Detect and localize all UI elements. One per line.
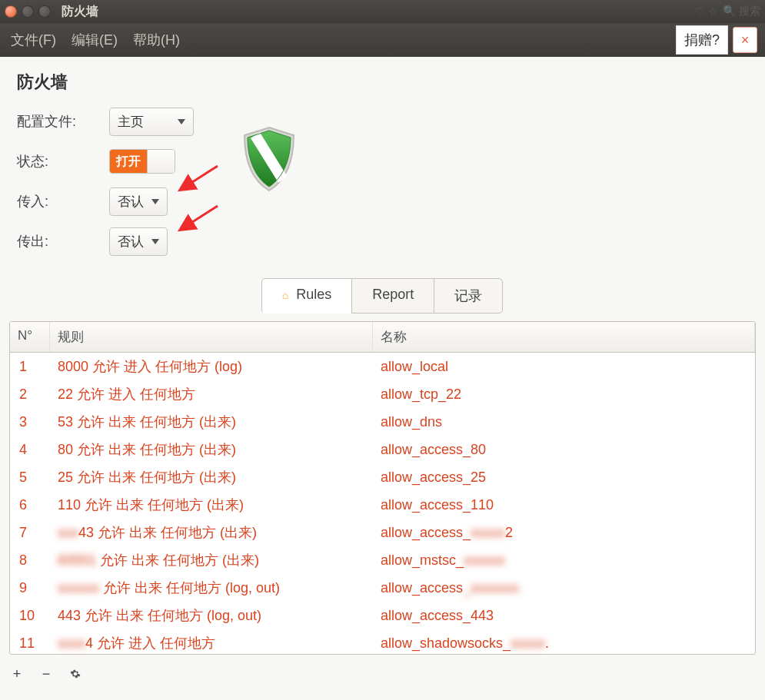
cell-name: allow_access_80: [373, 442, 755, 458]
cell-rule: 25 允许 出来 任何地方 (出来): [50, 468, 373, 486]
menu-help[interactable]: 帮助(H): [125, 28, 188, 52]
outgoing-label: 传出:: [17, 232, 109, 250]
status-label: 状态:: [17, 152, 109, 171]
cell-number: 2: [10, 386, 50, 403]
chevron-down-icon: [178, 119, 185, 124]
col-number[interactable]: N°: [10, 322, 50, 352]
outgoing-value: 否认: [118, 233, 144, 250]
cell-name: allow_dns: [373, 414, 755, 430]
remove-rule-button[interactable]: −: [38, 666, 54, 682]
cell-rule: xxxxxx 允许 出来 任何地方 (log, out): [50, 579, 373, 597]
panel-close-button[interactable]: ×: [733, 27, 757, 53]
table-row[interactable]: 353 允许 出来 任何地方 (出来)allow_dns: [10, 408, 755, 436]
rules-table: N° 规则 名称 18000 允许 进入 任何地方 (log)allow_loc…: [9, 321, 756, 655]
shield-icon: [238, 124, 300, 197]
cell-number: 4: [10, 442, 50, 458]
table-row[interactable]: 480 允许 出来 任何地方 (出来)allow_access_80: [10, 436, 755, 463]
add-rule-button[interactable]: +: [9, 666, 25, 682]
table-row[interactable]: 10443 允许 出来 任何地方 (log, out)allow_access_…: [10, 602, 755, 629]
menu-file[interactable]: 文件(F): [3, 28, 64, 52]
window-close-button[interactable]: [5, 5, 17, 18]
table-row[interactable]: 7xxx43 允许 出来 任何地方 (出来)allow_access_xxxxx…: [10, 519, 755, 546]
cell-rule: 110 允许 出来 任何地方 (出来): [50, 496, 373, 514]
cell-rule: 22 允许 进入 任何地方: [50, 385, 373, 403]
cell-number: 3: [10, 414, 50, 430]
search-icon: 🔍 搜索: [723, 5, 760, 18]
cell-rule: 443 允许 出来 任何地方 (log, out): [50, 606, 373, 625]
window-minimize-button[interactable]: [22, 5, 34, 18]
status-toggle-knob: [147, 150, 175, 173]
incoming-dropdown[interactable]: 否认: [109, 187, 168, 216]
cell-rule: xxx43 允许 出来 任何地方 (出来): [50, 523, 373, 542]
table-row[interactable]: 860001 允许 出来 任何地方 (出来)allow_mstsc_xxxxxx: [10, 546, 755, 574]
window-title: 防火墙: [62, 4, 98, 20]
cell-number: 11: [10, 635, 50, 652]
table-row[interactable]: 6110 允许 出来 任何地方 (出来)allow_access_110: [10, 491, 755, 519]
profile-value: 主页: [118, 113, 144, 131]
window-titlebar: 防火墙 ♡ ☆ 🔍 搜索: [0, 0, 765, 23]
table-row[interactable]: 18000 允许 进入 任何地方 (log)allow_local: [10, 353, 755, 380]
cell-number: 9: [10, 580, 50, 596]
status-toggle-on-label: 打开: [110, 150, 147, 173]
cell-name: allow_tcp_22: [373, 386, 755, 403]
chevron-down-icon: [151, 199, 159, 204]
cell-number: 7: [10, 525, 50, 541]
cell-rule: 8000 允许 进入 任何地方 (log): [50, 357, 373, 376]
tab-rules[interactable]: ⌂Rules: [261, 278, 353, 314]
tab-report[interactable]: Report: [351, 278, 434, 314]
table-row[interactable]: 9xxxxxx 允许 出来 任何地方 (log, out)allow_acces…: [10, 574, 755, 602]
cell-name: allow_access_110: [373, 497, 755, 513]
cell-rule: 80 允许 出来 任何地方 (出来): [50, 440, 373, 459]
cell-rule: 60001 允许 出来 任何地方 (出来): [50, 551, 373, 569]
cell-number: 8: [10, 552, 50, 569]
profile-label: 配置文件:: [17, 112, 109, 131]
settings-panel: 配置文件: 主页 状态: 打开 传入: 否认 传出: 否认: [0, 101, 765, 272]
cell-name: allow_access_443: [373, 608, 755, 624]
chevron-down-icon: [151, 239, 159, 244]
status-toggle[interactable]: 打开: [109, 149, 175, 174]
incoming-value: 否认: [118, 193, 144, 211]
profile-dropdown[interactable]: 主页: [109, 108, 194, 136]
tab-rules-label: Rules: [296, 287, 331, 302]
cell-rule: 53 允许 出来 任何地方 (出来): [50, 413, 373, 431]
cell-name: allow_mstsc_xxxxxx: [373, 552, 755, 569]
cell-rule: xxxx4 允许 进入 任何地方: [50, 634, 373, 652]
gear-icon: [70, 668, 81, 679]
table-header: N° 规则 名称: [10, 322, 755, 353]
menu-edit[interactable]: 编辑(E): [64, 28, 125, 52]
titlebar-right-area: ♡ ☆ 🔍 搜索: [695, 5, 760, 18]
tab-log[interactable]: 记录: [434, 278, 503, 314]
donate-button[interactable]: 捐赠?: [676, 25, 728, 55]
col-rule[interactable]: 规则: [50, 322, 373, 352]
bookmark-icon: ♡ ☆: [695, 5, 718, 18]
table-body[interactable]: 18000 允许 进入 任何地方 (log)allow_local222 允许 …: [10, 353, 755, 654]
home-icon: ⌂: [282, 289, 288, 301]
tab-bar: ⌂Rules Report 记录: [0, 278, 765, 314]
table-row[interactable]: 222 允许 进入 任何地方allow_tcp_22: [10, 380, 755, 408]
col-name[interactable]: 名称: [373, 322, 755, 352]
cell-name: allow_access_xxxxxxx: [373, 580, 755, 596]
cell-number: 6: [10, 497, 50, 513]
cell-number: 1: [10, 359, 50, 375]
bottom-toolbar: + −: [9, 666, 83, 682]
settings-button[interactable]: [68, 666, 83, 682]
cell-number: 5: [10, 469, 50, 486]
table-row[interactable]: 11xxxx4 允许 进入 任何地方allow_shadowsocks_xxxx…: [10, 629, 755, 654]
cell-name: allow_access_xxxxx2: [373, 525, 755, 541]
cell-number: 10: [10, 608, 50, 624]
cell-name: allow_access_25: [373, 469, 755, 486]
table-row[interactable]: 525 允许 出来 任何地方 (出来)allow_access_25: [10, 463, 755, 491]
page-title: 防火墙: [0, 57, 765, 101]
cell-name: allow_shadowsocks_xxxxx.: [373, 635, 755, 652]
window-maximize-button[interactable]: [38, 5, 51, 18]
outgoing-dropdown[interactable]: 否认: [109, 227, 168, 256]
cell-name: allow_local: [373, 359, 755, 375]
incoming-label: 传入:: [17, 192, 109, 211]
menubar: 文件(F) 编辑(E) 帮助(H) 捐赠? ×: [0, 23, 765, 57]
